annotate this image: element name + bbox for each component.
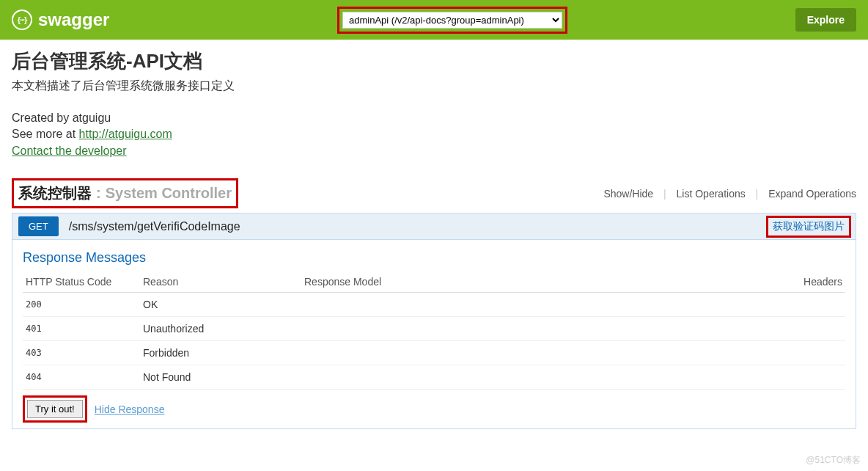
main-content: 后台管理系统-API文档 本文档描述了后台管理系统微服务接口定义 Created… [0, 40, 868, 438]
explore-button[interactable]: Explore [795, 8, 856, 32]
col-headers: Headers [728, 271, 845, 293]
swagger-logo-icon: {···} [12, 10, 32, 30]
see-more-label: See more at [12, 128, 79, 140]
try-it-out-button[interactable]: Try it out! [27, 400, 83, 418]
contact-developer-link[interactable]: Contact the developer [12, 145, 127, 157]
hide-response-link[interactable]: Hide Response [95, 404, 165, 415]
status-headers [728, 293, 845, 317]
divider: | [756, 188, 759, 200]
status-code: 200 [23, 293, 140, 317]
status-code: 401 [23, 317, 140, 341]
show-hide-link[interactable]: Show/Hide [603, 188, 653, 200]
table-header-row: HTTP Status Code Reason Response Model H… [23, 271, 845, 293]
controller-name-highlight: 系统控制器 : System Controller [12, 178, 238, 208]
status-headers [728, 341, 845, 365]
response-messages-title: Response Messages [23, 250, 845, 266]
operation-path[interactable]: /sms/system/getVerifiCodeImage [62, 216, 766, 238]
expand-operations-link[interactable]: Expand Operations [768, 188, 856, 200]
status-reason: Unauthorized [140, 317, 301, 341]
try-button-highlight: Try it out! [23, 395, 87, 423]
response-table: HTTP Status Code Reason Response Model H… [23, 271, 845, 390]
try-row: Try it out! Hide Response [23, 395, 845, 423]
status-reason: Not Found [140, 365, 301, 390]
swagger-logo-text: swagger [38, 10, 109, 30]
col-model: Response Model [301, 271, 728, 293]
see-more: See more at http://atguigu.com [12, 126, 856, 142]
list-operations-link[interactable]: List Operations [677, 188, 746, 200]
status-reason: Forbidden [140, 341, 301, 365]
table-row: 200 OK [23, 293, 845, 317]
col-status-code: HTTP Status Code [23, 271, 140, 293]
api-selector-highlight: adminApi (/v2/api-docs?group=adminApi) [337, 7, 567, 34]
table-row: 401 Unauthorized [23, 317, 845, 341]
table-row: 403 Forbidden [23, 341, 845, 365]
status-model [301, 341, 728, 365]
api-group-select[interactable]: adminApi (/v2/api-docs?group=adminApi) [342, 12, 562, 29]
operation-header[interactable]: GET /sms/system/getVerifiCodeImage 获取验证码… [12, 213, 856, 240]
status-code: 404 [23, 365, 140, 390]
api-description: 本文档描述了后台管理系统微服务接口定义 [12, 78, 856, 94]
status-code: 403 [23, 341, 140, 365]
divider: | [663, 188, 666, 200]
api-title: 后台管理系统-API文档 [12, 48, 856, 74]
api-info: Created by atguigu See more at http://at… [12, 110, 856, 159]
created-by: Created by atguigu [12, 110, 856, 126]
top-header: {···} swagger adminApi (/v2/api-docs?gro… [0, 0, 868, 40]
controller-name-cn[interactable]: 系统控制器 [18, 183, 92, 203]
logo-group: {···} swagger [12, 10, 109, 30]
status-reason: OK [140, 293, 301, 317]
col-reason: Reason [140, 271, 301, 293]
table-row: 404 Not Found [23, 365, 845, 390]
status-headers [728, 365, 845, 390]
operation-summary-highlight: 获取验证码图片 [766, 216, 851, 238]
status-model [301, 317, 728, 341]
see-more-link[interactable]: http://atguigu.com [79, 128, 172, 140]
operation-summary: 获取验证码图片 [773, 220, 845, 232]
operation-body: Response Messages HTTP Status Code Reaso… [12, 240, 856, 429]
status-model [301, 293, 728, 317]
controller-name-en[interactable]: System Controller [106, 185, 232, 202]
status-model [301, 365, 728, 390]
controller-separator: : [96, 185, 101, 202]
api-selector-area: adminApi (/v2/api-docs?group=adminApi) [337, 7, 567, 34]
controller-actions: Show/Hide | List Operations | Expand Ope… [603, 188, 856, 200]
controller-bar: 系统控制器 : System Controller Show/Hide | Li… [12, 178, 856, 208]
status-headers [728, 317, 845, 341]
http-method-badge: GET [18, 216, 59, 236]
